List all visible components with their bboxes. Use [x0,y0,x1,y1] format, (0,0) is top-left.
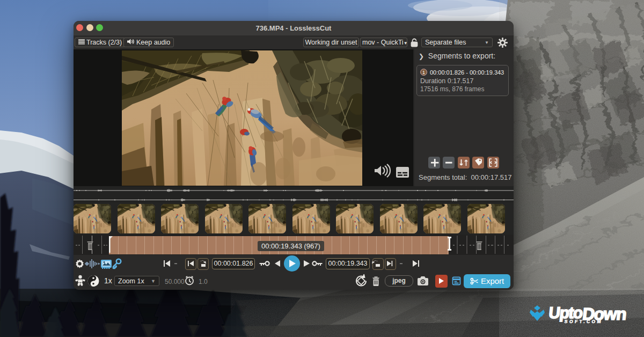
svg-text:SOFT.COM: SOFT.COM [564,319,603,324]
